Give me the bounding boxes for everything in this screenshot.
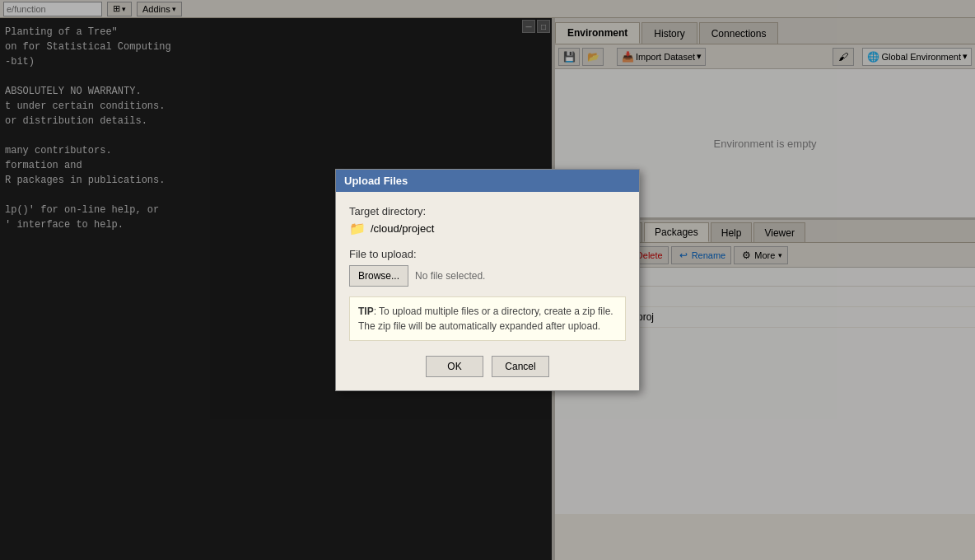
ok-button[interactable]: OK	[426, 356, 483, 377]
target-dir-label: Target directory:	[349, 205, 626, 217]
modal-title: Upload Files	[344, 175, 408, 187]
tip-prefix: TIP	[358, 306, 374, 317]
modal-title-bar: Upload Files	[336, 170, 639, 192]
file-select-row: Browse... No file selected.	[349, 265, 626, 287]
file-upload-label: File to upload:	[349, 248, 626, 260]
target-dir-row: 📁 /cloud/project	[349, 221, 626, 236]
cancel-button[interactable]: Cancel	[492, 356, 549, 377]
ok-label: OK	[447, 361, 461, 372]
upload-files-modal: Upload Files Target directory: 📁 /cloud/…	[335, 169, 640, 391]
folder-icon: 📁	[349, 221, 366, 236]
tip-box: TIP: To upload multiple files or a direc…	[349, 296, 626, 341]
cancel-label: Cancel	[505, 361, 535, 372]
browse-label: Browse...	[358, 270, 399, 282]
modal-body: Target directory: 📁 /cloud/project File …	[336, 192, 639, 390]
modal-footer: OK Cancel	[349, 352, 626, 377]
modal-overlay: Upload Files Target directory: 📁 /cloud/…	[0, 0, 975, 560]
no-file-text: No file selected.	[415, 270, 485, 282]
target-dir-path: /cloud/project	[371, 222, 434, 235]
tip-text: : To upload multiple files or a director…	[358, 306, 613, 332]
browse-button[interactable]: Browse...	[349, 265, 408, 287]
